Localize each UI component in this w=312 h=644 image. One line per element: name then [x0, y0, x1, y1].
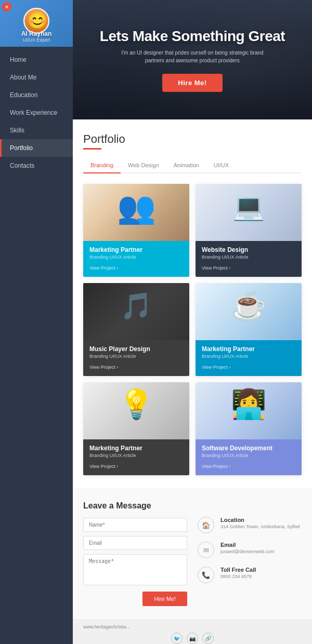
hero-title: Lets Make Something Great: [100, 28, 285, 45]
card-body-2: Website Design Branding UI/UX Article Vi…: [196, 241, 302, 277]
card-title-3: Music Player Design: [89, 345, 183, 353]
card-link-3[interactable]: View Project: [89, 365, 118, 370]
card-body-5: Marketing Partner Branding UI/UX Article…: [83, 439, 189, 475]
card-link-5[interactable]: View Project: [89, 464, 118, 469]
card-title-2: Website Design: [202, 246, 295, 253]
tab-ui-ux[interactable]: UI/UX: [206, 158, 236, 173]
camera-icon[interactable]: 📷: [187, 633, 198, 644]
sidebar-item-work[interactable]: Work Experience: [0, 104, 73, 122]
portfolio-card-6[interactable]: Software Developement Branding UI/UX Art…: [196, 382, 302, 475]
card-subtitle-6: Branding UI/UX Article: [202, 453, 295, 458]
card-subtitle-3: Branding UI/UX Article: [89, 354, 183, 359]
sidebar-item-education[interactable]: Education: [0, 86, 73, 104]
footer-socials: 🐦 📷 🔗: [83, 633, 302, 644]
card-subtitle-5: Branding UI/UX Article: [89, 453, 183, 458]
sidebar-item-contacts[interactable]: Contacts: [0, 157, 73, 175]
card-link-2[interactable]: View Project: [202, 265, 230, 271]
sidebar-item-skills[interactable]: Skills: [0, 122, 73, 139]
profile-info: Al Rayhan UI/UX Expert: [0, 30, 73, 43]
card-image-4: [196, 283, 302, 340]
card-link-6[interactable]: View Project: [202, 464, 230, 469]
card-body-6: Software Developement Branding UI/UX Art…: [196, 439, 302, 475]
card-image-5: [83, 382, 189, 439]
sidebar-item-portfolio[interactable]: Portfolio: [0, 139, 73, 157]
card-subtitle-1: Branding UI/UX Article: [89, 254, 183, 260]
phone-value: 0800 234 6578: [220, 573, 256, 580]
email-content: Email junaed@devservweb.com: [220, 542, 275, 555]
card-link-4[interactable]: View Project: [202, 365, 230, 370]
portfolio-card-3[interactable]: Music Player Design Branding UI/UX Artic…: [83, 283, 189, 376]
card-title-4: Marketing Partner: [202, 345, 295, 353]
card-image-6: [196, 382, 302, 439]
link-icon[interactable]: 🔗: [202, 633, 214, 644]
card-title-1: Marketing Partner: [89, 246, 183, 253]
tab-animation[interactable]: Animation: [166, 158, 206, 173]
phone-icon: 📞: [198, 567, 214, 583]
portfolio-section: Portfolio Branding Web Design Animation …: [73, 119, 312, 488]
email-info: ✉ Email junaed@devservweb.com: [198, 542, 302, 558]
contact-section: Leave a Message Hire Me! 🏠 Location 314 …: [73, 488, 312, 619]
hero-subtitle: I'm an UI designer that prides ourself o…: [114, 49, 270, 64]
email-icon: ✉: [198, 542, 214, 558]
card-image-2: [196, 184, 302, 241]
contact-title: Leave a Message: [83, 501, 187, 511]
card-title-5: Marketing Partner: [89, 445, 183, 452]
footer: www.heritagechristia... 🐦 📷 🔗 Copyright:…: [73, 619, 312, 644]
email-label: Email: [220, 542, 275, 548]
hero-section: Lets Make Something Great I'm an UI desi…: [73, 0, 312, 119]
location-value: 314 Golden Tower, Amborkana, Sylhet: [220, 524, 300, 530]
card-title-6: Software Developement: [202, 445, 295, 452]
sidebar-profile: ✕ Al Rayhan UI/UX Expert: [0, 0, 73, 47]
hero-cta-button[interactable]: Hire Me!: [162, 74, 222, 92]
sidebar: ✕ Al Rayhan UI/UX Expert Home About Me E…: [0, 0, 73, 644]
card-body-3: Music Player Design Branding UI/UX Artic…: [83, 340, 189, 376]
close-button[interactable]: ✕: [2, 2, 11, 11]
card-body-4: Marketing Partner Branding UI/UX Article…: [196, 340, 302, 376]
profile-title: UI/UX Expert: [0, 37, 73, 43]
phone-label: Toll Free Call: [220, 567, 256, 573]
card-link-1[interactable]: View Project: [89, 265, 118, 271]
tab-branding[interactable]: Branding: [83, 158, 121, 173]
phone-info: 📞 Toll Free Call 0800 234 6578: [198, 567, 302, 583]
portfolio-card-2[interactable]: Website Design Branding UI/UX Article Vi…: [196, 184, 302, 277]
portfolio-grid: Marketing Partner Branding UI/UX Article…: [83, 184, 302, 475]
portfolio-card-5[interactable]: Marketing Partner Branding UI/UX Article…: [83, 382, 189, 475]
email-input[interactable]: [83, 536, 187, 550]
card-subtitle-4: Branding UI/UX Article: [202, 354, 295, 359]
sidebar-navigation: Home About Me Education Work Experience …: [0, 47, 73, 644]
location-content: Location 314 Golden Tower, Amborkana, Sy…: [220, 517, 300, 530]
location-label: Location: [220, 517, 300, 523]
sidebar-item-home[interactable]: Home: [0, 51, 73, 69]
section-underline: [83, 148, 101, 150]
email-value: junaed@devservweb.com: [220, 548, 275, 555]
card-image-1: [83, 184, 189, 241]
portfolio-tabs: Branding Web Design Animation UI/UX: [83, 158, 302, 173]
card-subtitle-2: Branding UI/UX Article: [202, 254, 295, 260]
name-input[interactable]: [83, 518, 187, 532]
phone-content: Toll Free Call 0800 234 6578: [220, 567, 256, 580]
location-icon: 🏠: [198, 517, 214, 533]
submit-button[interactable]: Hire Me!: [142, 592, 187, 606]
location-info: 🏠 Location 314 Golden Tower, Amborkana, …: [198, 517, 302, 533]
card-image-3: [83, 283, 189, 340]
contact-info: 🏠 Location 314 Golden Tower, Amborkana, …: [198, 501, 302, 606]
portfolio-title: Portfolio: [83, 132, 302, 146]
portfolio-card-1[interactable]: Marketing Partner Branding UI/UX Article…: [83, 184, 189, 277]
footer-url: www.heritagechristia...: [83, 624, 302, 629]
main-content: Lets Make Something Great I'm an UI desi…: [73, 0, 312, 644]
tab-web-design[interactable]: Web Design: [121, 158, 166, 173]
card-body-1: Marketing Partner Branding UI/UX Article…: [83, 241, 189, 277]
twitter-icon[interactable]: 🐦: [171, 633, 183, 644]
profile-name: Al Rayhan: [0, 30, 73, 37]
message-input[interactable]: [83, 554, 187, 585]
portfolio-card-4[interactable]: Marketing Partner Branding UI/UX Article…: [196, 283, 302, 376]
contact-form: Leave a Message Hire Me!: [83, 501, 187, 606]
sidebar-item-about[interactable]: About Me: [0, 69, 73, 86]
